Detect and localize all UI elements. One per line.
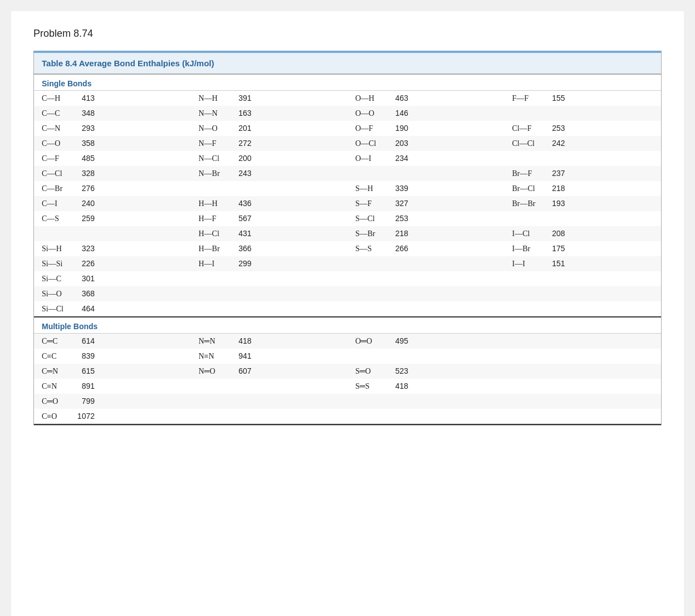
table-row: C═N615N═O607S═O523 — [34, 364, 661, 379]
bond-label: C—S — [42, 214, 72, 223]
bond-label: S═O — [355, 367, 386, 376]
bond-value: 391 — [229, 94, 252, 102]
bond-label: C≡O — [42, 412, 72, 421]
bond-label: C—N — [42, 124, 72, 133]
table-row: C—N293N—O201O—F190Cl—F253 — [34, 121, 661, 136]
bond-label: Si—Cl — [42, 305, 72, 314]
bond-label: C—Cl — [42, 169, 72, 178]
bond-value: 201 — [229, 124, 252, 133]
bond-value: 368 — [72, 289, 95, 298]
table-row: C—O358N—F272O—Cl203Cl—Cl242 — [34, 136, 661, 151]
bond-label: Si—H — [42, 245, 72, 253]
table-header: Table 8.4 Average Bond Enthalpies (kJ/mo… — [34, 53, 661, 75]
bond-label: C—H — [42, 94, 72, 103]
bond-value: 607 — [229, 366, 252, 375]
bond-value: 567 — [229, 214, 252, 223]
bond-value: 151 — [543, 259, 565, 268]
bond-label: N—O — [199, 124, 229, 133]
bond-value: 175 — [543, 244, 565, 253]
bond-label: N—H — [199, 94, 229, 103]
bond-value: 323 — [72, 244, 95, 253]
bond-value: 299 — [229, 259, 252, 268]
table-row: C≡N891S═S418 — [34, 379, 661, 394]
bond-label: S═S — [355, 382, 386, 391]
bond-value: 413 — [72, 94, 95, 102]
bond-label: N—Br — [199, 169, 229, 178]
single-bonds-label: Single Bonds — [34, 75, 661, 91]
bond-value: 272 — [229, 139, 252, 148]
bond-value: 234 — [386, 154, 408, 163]
bond-value: 218 — [386, 229, 408, 238]
bond-label: H—F — [199, 214, 229, 223]
bond-value: 464 — [72, 304, 95, 313]
bond-value: 327 — [386, 199, 408, 208]
bond-value: 328 — [72, 169, 95, 178]
bond-value: 146 — [386, 109, 408, 118]
bond-label: H—Br — [199, 245, 229, 253]
bond-value: 431 — [229, 229, 252, 238]
bond-value: 358 — [72, 139, 95, 148]
bond-value: 259 — [72, 214, 95, 223]
bond-value: 463 — [386, 94, 408, 102]
bond-label: I—I — [512, 260, 543, 268]
bond-label: H—H — [199, 199, 229, 208]
bond-value: 1072 — [72, 412, 95, 421]
bond-value: 339 — [386, 184, 408, 193]
bond-label: C≡C — [42, 352, 72, 361]
bond-label: C≡N — [42, 382, 72, 391]
bond-label: I—Cl — [512, 229, 543, 238]
bond-value: 203 — [386, 139, 408, 148]
table-row: Si—C301 — [34, 271, 661, 286]
bond-value: 436 — [229, 199, 252, 208]
bond-label: N═N — [199, 337, 229, 346]
table-row: C—F485N—Cl200O—I234 — [34, 151, 661, 166]
bond-label: C—Br — [42, 184, 72, 193]
bond-value: 615 — [72, 366, 95, 375]
bond-label: S—F — [355, 199, 386, 208]
table-row: C—H413N—H391O—H463F—F155 — [34, 91, 661, 106]
bond-value: 366 — [229, 244, 252, 253]
table-row: C═O799 — [34, 394, 661, 409]
bond-label: O═O — [355, 337, 386, 346]
table-row: C≡O1072 — [34, 409, 661, 424]
bond-label: C═O — [42, 397, 72, 406]
bond-label: O—I — [355, 154, 386, 163]
bond-value: 293 — [72, 124, 95, 133]
bond-value: 243 — [229, 169, 252, 178]
bond-label: N—F — [199, 139, 229, 148]
multiple-bonds-label: Multiple Bonds — [34, 317, 661, 334]
bond-label: O—F — [355, 124, 386, 133]
bond-label: H—I — [199, 260, 229, 268]
bond-value: 253 — [386, 214, 408, 223]
problem-title: Problem 8.74 — [33, 28, 662, 40]
bond-value: 301 — [72, 274, 95, 283]
bond-label: S—S — [355, 245, 386, 253]
table-row: H—Cl431S—Br218I—Cl208 — [34, 226, 661, 241]
bond-label: C—O — [42, 139, 72, 148]
bond-value: 218 — [543, 184, 565, 193]
bond-label: O—O — [355, 109, 386, 118]
bond-label: H—Cl — [199, 229, 229, 238]
bond-label: Si—O — [42, 290, 72, 299]
bond-label: N—Cl — [199, 154, 229, 163]
bond-enthalpy-table: Single BondsC—H413N—H391O—H463F—F155C—C3… — [34, 75, 661, 425]
bond-label: C—I — [42, 199, 72, 208]
table-row: C—C348N—N163O—O146 — [34, 106, 661, 121]
bond-label: N≡N — [199, 352, 229, 361]
bond-value: 485 — [72, 154, 95, 163]
bond-value: 614 — [72, 336, 95, 345]
table-row: Si—Cl464 — [34, 301, 661, 317]
table-row: C—I240H—H436S—F327Br—Br193 — [34, 196, 661, 211]
table-row: C—Br276S—H339Br—Cl218 — [34, 181, 661, 196]
bond-label: Br—Cl — [512, 184, 543, 193]
table-wrapper: Table 8.4 Average Bond Enthalpies (kJ/mo… — [33, 51, 662, 426]
bond-value: 418 — [386, 382, 408, 390]
bond-label: Br—Br — [512, 199, 543, 208]
bond-label: Cl—F — [512, 124, 543, 133]
bond-label: C—C — [42, 109, 72, 118]
bond-value: 891 — [72, 382, 95, 390]
bond-label: N—N — [199, 109, 229, 118]
bond-label: S—H — [355, 184, 386, 193]
bond-value: 253 — [543, 124, 565, 133]
bond-value: 839 — [72, 351, 95, 360]
